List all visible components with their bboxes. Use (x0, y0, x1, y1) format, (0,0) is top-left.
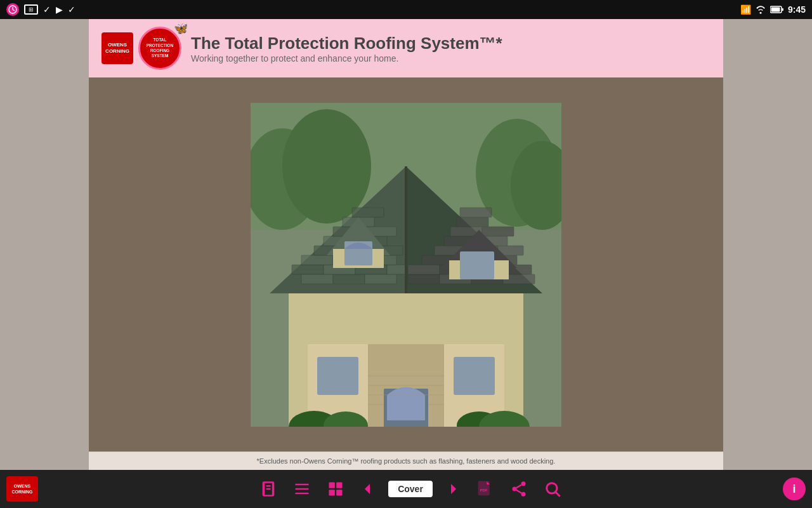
prev-button[interactable] (357, 478, 379, 500)
search-button[interactable] (540, 477, 565, 501)
status-right-icons: 📶 9:45 (740, 4, 806, 15)
svg-rect-54 (460, 208, 492, 217)
svg-point-3 (759, 12, 761, 14)
header-banner: OWENS CORNING TOTAL PROTECTION ROOFING S… (89, 19, 723, 77)
toolbar-nav-buttons: Cover PDF (38, 477, 783, 501)
svg-point-92 (521, 492, 526, 497)
svg-rect-85 (336, 490, 342, 495)
svg-rect-78 (266, 488, 271, 490)
menu-button[interactable] (290, 477, 314, 501)
svg-rect-22 (387, 265, 406, 274)
svg-line-94 (516, 485, 521, 488)
svg-point-95 (547, 483, 557, 493)
check-icon-1: ✓ (43, 4, 51, 15)
battery-icon (770, 6, 784, 13)
next-button[interactable] (442, 478, 464, 500)
svg-rect-66 (454, 357, 495, 395)
header-title-area: The Total Protection Roofing System™* Wo… (191, 34, 502, 64)
svg-rect-52 (482, 227, 514, 236)
svg-rect-65 (317, 357, 358, 395)
page-container: OWENS CORNING TOTAL PROTECTION ROOFING S… (89, 19, 723, 470)
play-icon: ▶ (56, 4, 63, 15)
info-button[interactable]: i (783, 478, 806, 500)
share-button[interactable] (507, 477, 531, 501)
svg-marker-87 (451, 484, 456, 494)
app-icon (6, 3, 19, 16)
book-button[interactable] (256, 477, 280, 501)
svg-rect-35 (408, 274, 440, 284)
svg-point-90 (521, 481, 526, 486)
svg-rect-60 (460, 251, 494, 279)
toolbar-owens-logo: OWENS CORNING (6, 476, 38, 502)
svg-rect-83 (336, 483, 342, 488)
disclaimer-text: *Excludes non-Owens Corning™ roofing pro… (89, 451, 723, 470)
toolbar-right-area: i (783, 478, 806, 500)
wifi-icon (755, 5, 766, 14)
main-content-area: OWENS CORNING TOTAL PROTECTION ROOFING S… (0, 19, 812, 470)
svg-line-96 (556, 492, 560, 496)
svg-rect-18 (365, 274, 396, 284)
svg-point-91 (513, 487, 517, 491)
owens-corning-logo: OWENS CORNING (102, 32, 133, 64)
svg-rect-39 (408, 265, 440, 274)
bottom-toolbar: OWENS CORNING (0, 470, 812, 508)
svg-rect-16 (301, 274, 333, 284)
svg-rect-34 (352, 208, 384, 217)
svg-rect-80 (296, 488, 309, 490)
svg-rect-82 (329, 483, 335, 488)
svg-text:PDF: PDF (480, 488, 488, 492)
roof-illustration (251, 103, 561, 427)
header-subtitle: Working together to protect and enhance … (191, 53, 502, 64)
svg-rect-6 (771, 8, 780, 12)
pdf-button[interactable]: PDF (473, 477, 497, 501)
toolbar-logo-area: OWENS CORNING (6, 476, 38, 502)
svg-rect-5 (782, 8, 783, 11)
total-protection-badge: TOTAL PROTECTION ROOFING SYSTEM 🦋 (138, 27, 181, 70)
logo-area: OWENS CORNING TOTAL PROTECTION ROOFING S… (102, 27, 181, 70)
main-image (89, 77, 723, 451)
svg-rect-53 (457, 217, 488, 227)
header-title: The Total Protection Roofing System™* (191, 34, 502, 53)
check-icon-2: ✓ (68, 4, 75, 15)
svg-line-93 (516, 490, 521, 493)
svg-rect-84 (329, 490, 335, 495)
svg-rect-64 (387, 395, 425, 420)
svg-rect-23 (301, 255, 333, 265)
svg-rect-77 (266, 485, 271, 486)
task-icon-1: ⊞ (24, 4, 38, 15)
svg-rect-19 (292, 265, 324, 274)
grid-button[interactable] (324, 477, 348, 501)
bluetooth-icon: 📶 (740, 4, 751, 15)
status-left-icons: ⊞ ✓ ▶ ✓ (6, 3, 75, 16)
svg-marker-86 (365, 484, 370, 494)
status-bar: ⊞ ✓ ▶ ✓ 📶 9:45 (0, 0, 812, 19)
time-display: 9:45 (788, 4, 806, 15)
svg-line-2 (13, 10, 15, 11)
page-label: Cover (388, 481, 433, 497)
svg-rect-79 (296, 484, 309, 485)
svg-rect-17 (333, 274, 365, 284)
svg-rect-81 (296, 493, 309, 494)
